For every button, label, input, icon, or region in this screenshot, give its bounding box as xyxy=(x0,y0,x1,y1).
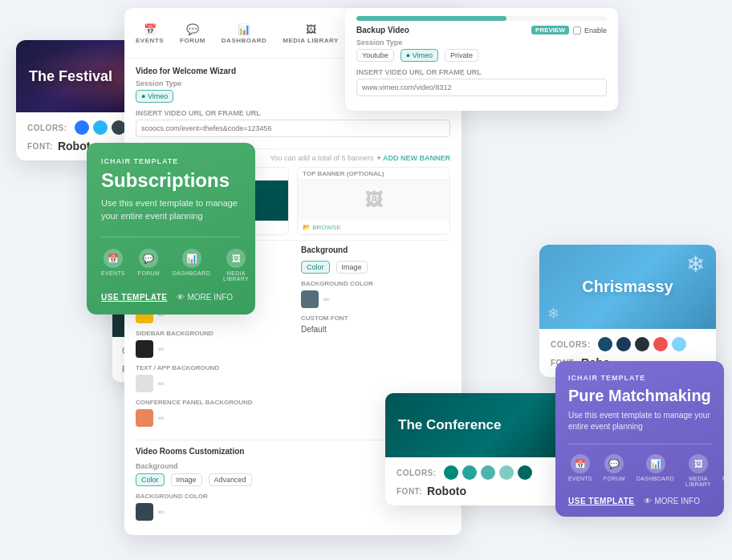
banner-note: You can add a total of 5 banners xyxy=(270,154,373,162)
match-icon-forum: 💬 FORUM xyxy=(604,454,625,487)
bg-color-label: BACKGROUND COLOR xyxy=(301,280,450,287)
backup-controls: PREVIEW Enable xyxy=(531,26,607,34)
backup-enable-toggle[interactable]: Enable xyxy=(573,26,607,34)
media-nav-icon: 🖼 xyxy=(306,23,316,35)
match-media-icon: 🖼 xyxy=(689,454,708,473)
match-icon-media: 🖼 MEDIA LIBRARY xyxy=(685,454,711,487)
text-bg-swatch[interactable] xyxy=(136,375,153,392)
conference-font-label: FONT: xyxy=(396,487,422,496)
events-label: EVENTS xyxy=(101,270,125,276)
christmas-color-1[interactable] xyxy=(598,337,612,351)
matchmaking-icons: 📅 EVENTS 💬 FORUM 📊 DASHBOARD 🖼 MEDIA LIB… xyxy=(568,444,711,487)
events-icon: 📅 xyxy=(104,249,123,268)
conference-color-1[interactable] xyxy=(444,465,458,480)
background-title: Background xyxy=(301,246,450,254)
bg-color-radio[interactable]: Color xyxy=(301,261,330,274)
bg-color-swatch[interactable] xyxy=(301,290,319,308)
dashboard-label: DASHBOARD xyxy=(173,270,210,276)
backup-radio-youtube[interactable]: Youtube xyxy=(356,49,394,62)
match-events-icon: 📅 xyxy=(571,454,590,473)
subscriptions-tag: iChair Template xyxy=(101,157,241,165)
dashboard-icon: 📊 xyxy=(182,249,201,268)
christmas-colors-label: COLORS: xyxy=(551,340,591,349)
backup-toggle-checkbox[interactable] xyxy=(573,26,581,34)
match-use-template-button[interactable]: USE TEMPLATE xyxy=(568,497,634,505)
match-dashboard-icon: 📊 xyxy=(646,454,665,473)
conference-color-5[interactable] xyxy=(518,465,532,480)
conference-color-2[interactable] xyxy=(462,465,477,480)
christmas-color-4[interactable] xyxy=(653,337,668,351)
embed-url-input[interactable] xyxy=(136,120,450,137)
conference-title: The Conference xyxy=(398,417,501,433)
backup-url-label: INSERT VIDEO URL OR FRAME URL xyxy=(356,68,607,76)
bg-radio-group: Color Image xyxy=(301,261,450,274)
nav-forum[interactable]: 💬 FORUM xyxy=(180,23,205,44)
backup-url-input[interactable] xyxy=(356,79,607,96)
subscriptions-actions: USE TEMPLATE 👁 MORE INFO xyxy=(101,293,241,302)
vr-bg-swatch[interactable] xyxy=(136,503,153,521)
right-panel-content: Backup Video PREVIEW Enable Session Type… xyxy=(345,8,618,111)
color-dot-3[interactable] xyxy=(112,120,126,135)
radio-vimeo[interactable]: ● Vimeo xyxy=(136,90,173,103)
custom-font-label: CUSTOM FONT xyxy=(301,314,450,322)
vr-image-radio[interactable]: Image xyxy=(171,473,202,486)
text-bg-row: ✏ xyxy=(136,375,285,392)
color-dot-1[interactable] xyxy=(75,120,89,135)
christmas-hero: Chrismassy xyxy=(539,245,716,329)
conference-color-3[interactable] xyxy=(481,465,495,480)
media-label: MEDIA LIBRARY xyxy=(223,270,249,282)
christmas-color-3[interactable] xyxy=(635,337,649,351)
christmas-color-2[interactable] xyxy=(616,337,631,351)
backup-radio-private[interactable]: Private xyxy=(445,49,478,62)
backup-radio-vimeo[interactable]: ● Vimeo xyxy=(401,49,438,62)
nav-events[interactable]: 📅 EVENTS xyxy=(136,23,164,44)
text-bg-edit-icon[interactable]: ✏ xyxy=(158,379,165,388)
subscriptions-desc: Use this event template to manage your e… xyxy=(101,197,241,222)
nav-dashboard[interactable]: 📊 DASHBOARD xyxy=(222,23,267,44)
backup-video-title: Backup Video xyxy=(356,26,409,34)
add-banner-button[interactable]: + ADD NEW BANNER xyxy=(377,154,450,162)
sub-icon-events: 📅 EVENTS xyxy=(101,249,125,282)
match-forum-label: FORUM xyxy=(604,476,625,481)
matchmaking-desc: Use this event template to manage your e… xyxy=(568,410,711,432)
backup-video-section: Backup Video PREVIEW Enable Session Type… xyxy=(356,26,607,103)
conf-panel-label: CONFERENCE PANEL BACKGROUND xyxy=(136,399,285,406)
festival-colors-label: COLORS: xyxy=(27,124,67,132)
sub-icon-forum: 💬 FORUM xyxy=(138,249,160,282)
forum-icon: 💬 xyxy=(139,249,158,268)
match-events-label: EVENTS xyxy=(568,476,592,481)
browse-banner-button[interactable]: 📂 BROWSE xyxy=(303,224,341,231)
forum-label: FORUM xyxy=(138,270,160,276)
conf-panel-swatch[interactable] xyxy=(136,409,153,427)
more-info-button[interactable]: 👁 MORE INFO xyxy=(177,293,233,302)
conference-info: COLORS: FONT: Roboto xyxy=(385,457,578,505)
nav-media[interactable]: 🖼 MEDIA LIBRARY xyxy=(283,23,338,44)
color-dot-2[interactable] xyxy=(93,120,108,135)
subscriptions-icons: 📅 EVENTS 💬 FORUM 📊 DASHBOARD 🖼 MEDIA LIB… xyxy=(101,237,241,282)
conference-card: The Conference COLORS: FONT: Roboto xyxy=(385,393,578,505)
festival-title: The Festival xyxy=(29,68,112,85)
match-icon-events: 📅 EVENTS xyxy=(568,454,592,487)
christmas-color-5[interactable] xyxy=(672,337,686,351)
conf-panel-edit-icon[interactable]: ✏ xyxy=(158,414,165,423)
match-more-info-button[interactable]: 👁 MORE INFO xyxy=(644,497,700,505)
backup-enable-label: Enable xyxy=(584,26,607,34)
top-banner-2-label: TOP BANNER (OPTIONAL) xyxy=(298,168,449,181)
matchmaking-title: Pure Matchmaking xyxy=(568,386,711,405)
forum-nav-icon: 💬 xyxy=(186,23,199,35)
use-template-button[interactable]: USE TEMPLATE xyxy=(101,293,167,302)
vr-bg-color-row: ✏ xyxy=(136,503,450,521)
chrismassy-card: Chrismassy COLORS: FONT: Robo xyxy=(539,245,716,377)
rp-top-section: Backup Video PREVIEW Enable Session Type… xyxy=(356,26,607,103)
vr-bg-edit-icon[interactable]: ✏ xyxy=(158,508,165,517)
sidebar-bg-swatch[interactable] xyxy=(136,340,153,358)
bg-image-radio[interactable]: Image xyxy=(336,261,368,274)
matchmaking-actions: USE TEMPLATE 👁 MORE INFO xyxy=(568,497,711,505)
vr-advanced-radio[interactable]: Advanced xyxy=(209,473,252,486)
vr-color-radio[interactable]: Color xyxy=(136,473,165,486)
right-panel-card: Backup Video PREVIEW Enable Session Type… xyxy=(345,8,618,111)
match-dashboard-label: DASHBOARD xyxy=(636,476,674,481)
bg-color-edit-icon[interactable]: ✏ xyxy=(323,295,330,304)
conference-color-4[interactable] xyxy=(499,465,514,480)
sidebar-bg-edit-icon[interactable]: ✏ xyxy=(158,345,165,354)
